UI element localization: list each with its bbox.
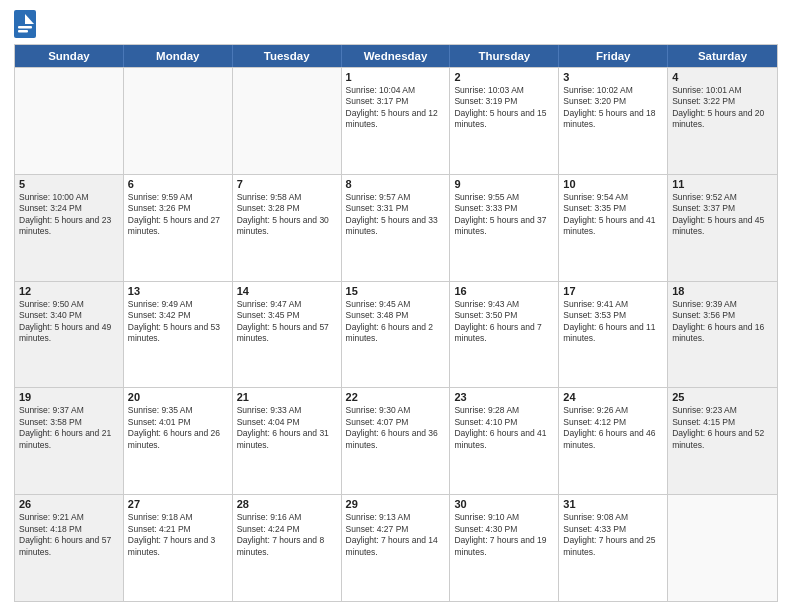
day-detail: Sunrise: 9:10 AM Sunset: 4:30 PM Dayligh… xyxy=(454,512,554,558)
day-number: 26 xyxy=(19,498,119,510)
day-cell-26: 26Sunrise: 9:21 AM Sunset: 4:18 PM Dayli… xyxy=(15,495,124,601)
calendar-row-4: 19Sunrise: 9:37 AM Sunset: 3:58 PM Dayli… xyxy=(15,387,777,494)
day-cell-5: 5Sunrise: 10:00 AM Sunset: 3:24 PM Dayli… xyxy=(15,175,124,281)
day-detail: Sunrise: 9:21 AM Sunset: 4:18 PM Dayligh… xyxy=(19,512,119,558)
day-detail: Sunrise: 10:01 AM Sunset: 3:22 PM Daylig… xyxy=(672,85,773,131)
day-number: 28 xyxy=(237,498,337,510)
day-number: 9 xyxy=(454,178,554,190)
day-cell-24: 24Sunrise: 9:26 AM Sunset: 4:12 PM Dayli… xyxy=(559,388,668,494)
day-cell-11: 11Sunrise: 9:52 AM Sunset: 3:37 PM Dayli… xyxy=(668,175,777,281)
day-detail: Sunrise: 9:33 AM Sunset: 4:04 PM Dayligh… xyxy=(237,405,337,451)
calendar-header: SundayMondayTuesdayWednesdayThursdayFrid… xyxy=(15,45,777,67)
day-cell-9: 9Sunrise: 9:55 AM Sunset: 3:33 PM Daylig… xyxy=(450,175,559,281)
day-cell-12: 12Sunrise: 9:50 AM Sunset: 3:40 PM Dayli… xyxy=(15,282,124,388)
day-number: 12 xyxy=(19,285,119,297)
logo-icon xyxy=(14,10,36,38)
day-cell-13: 13Sunrise: 9:49 AM Sunset: 3:42 PM Dayli… xyxy=(124,282,233,388)
header-day-saturday: Saturday xyxy=(668,45,777,67)
day-number: 25 xyxy=(672,391,773,403)
day-detail: Sunrise: 10:00 AM Sunset: 3:24 PM Daylig… xyxy=(19,192,119,238)
day-detail: Sunrise: 9:26 AM Sunset: 4:12 PM Dayligh… xyxy=(563,405,663,451)
day-number: 21 xyxy=(237,391,337,403)
day-number: 19 xyxy=(19,391,119,403)
header-day-wednesday: Wednesday xyxy=(342,45,451,67)
day-cell-6: 6Sunrise: 9:59 AM Sunset: 3:26 PM Daylig… xyxy=(124,175,233,281)
page: SundayMondayTuesdayWednesdayThursdayFrid… xyxy=(0,0,792,612)
day-number: 20 xyxy=(128,391,228,403)
header-day-tuesday: Tuesday xyxy=(233,45,342,67)
calendar-body: 1Sunrise: 10:04 AM Sunset: 3:17 PM Dayli… xyxy=(15,67,777,601)
day-detail: Sunrise: 9:30 AM Sunset: 4:07 PM Dayligh… xyxy=(346,405,446,451)
day-cell-1: 1Sunrise: 10:04 AM Sunset: 3:17 PM Dayli… xyxy=(342,68,451,174)
day-detail: Sunrise: 9:55 AM Sunset: 3:33 PM Dayligh… xyxy=(454,192,554,238)
header-day-thursday: Thursday xyxy=(450,45,559,67)
day-number: 27 xyxy=(128,498,228,510)
day-cell-25: 25Sunrise: 9:23 AM Sunset: 4:15 PM Dayli… xyxy=(668,388,777,494)
calendar-row-1: 1Sunrise: 10:04 AM Sunset: 3:17 PM Dayli… xyxy=(15,67,777,174)
header-day-friday: Friday xyxy=(559,45,668,67)
day-cell-10: 10Sunrise: 9:54 AM Sunset: 3:35 PM Dayli… xyxy=(559,175,668,281)
day-detail: Sunrise: 10:03 AM Sunset: 3:19 PM Daylig… xyxy=(454,85,554,131)
logo xyxy=(14,10,38,38)
day-number: 11 xyxy=(672,178,773,190)
day-number: 31 xyxy=(563,498,663,510)
day-number: 17 xyxy=(563,285,663,297)
day-cell-3: 3Sunrise: 10:02 AM Sunset: 3:20 PM Dayli… xyxy=(559,68,668,174)
day-detail: Sunrise: 9:49 AM Sunset: 3:42 PM Dayligh… xyxy=(128,299,228,345)
day-detail: Sunrise: 9:18 AM Sunset: 4:21 PM Dayligh… xyxy=(128,512,228,558)
day-detail: Sunrise: 9:57 AM Sunset: 3:31 PM Dayligh… xyxy=(346,192,446,238)
day-cell-22: 22Sunrise: 9:30 AM Sunset: 4:07 PM Dayli… xyxy=(342,388,451,494)
day-detail: Sunrise: 9:43 AM Sunset: 3:50 PM Dayligh… xyxy=(454,299,554,345)
day-number: 24 xyxy=(563,391,663,403)
day-number: 16 xyxy=(454,285,554,297)
day-detail: Sunrise: 9:45 AM Sunset: 3:48 PM Dayligh… xyxy=(346,299,446,345)
day-cell-empty xyxy=(15,68,124,174)
day-cell-30: 30Sunrise: 9:10 AM Sunset: 4:30 PM Dayli… xyxy=(450,495,559,601)
day-detail: Sunrise: 9:13 AM Sunset: 4:27 PM Dayligh… xyxy=(346,512,446,558)
day-cell-empty xyxy=(233,68,342,174)
day-detail: Sunrise: 9:59 AM Sunset: 3:26 PM Dayligh… xyxy=(128,192,228,238)
day-cell-empty xyxy=(124,68,233,174)
day-cell-17: 17Sunrise: 9:41 AM Sunset: 3:53 PM Dayli… xyxy=(559,282,668,388)
day-detail: Sunrise: 9:39 AM Sunset: 3:56 PM Dayligh… xyxy=(672,299,773,345)
day-cell-21: 21Sunrise: 9:33 AM Sunset: 4:04 PM Dayli… xyxy=(233,388,342,494)
day-number: 2 xyxy=(454,71,554,83)
day-detail: Sunrise: 9:54 AM Sunset: 3:35 PM Dayligh… xyxy=(563,192,663,238)
day-number: 7 xyxy=(237,178,337,190)
day-cell-19: 19Sunrise: 9:37 AM Sunset: 3:58 PM Dayli… xyxy=(15,388,124,494)
day-cell-23: 23Sunrise: 9:28 AM Sunset: 4:10 PM Dayli… xyxy=(450,388,559,494)
day-cell-empty xyxy=(668,495,777,601)
day-cell-18: 18Sunrise: 9:39 AM Sunset: 3:56 PM Dayli… xyxy=(668,282,777,388)
day-detail: Sunrise: 9:35 AM Sunset: 4:01 PM Dayligh… xyxy=(128,405,228,451)
header xyxy=(14,10,778,38)
day-number: 3 xyxy=(563,71,663,83)
day-cell-31: 31Sunrise: 9:08 AM Sunset: 4:33 PM Dayli… xyxy=(559,495,668,601)
day-number: 4 xyxy=(672,71,773,83)
header-day-monday: Monday xyxy=(124,45,233,67)
day-detail: Sunrise: 9:52 AM Sunset: 3:37 PM Dayligh… xyxy=(672,192,773,238)
day-cell-16: 16Sunrise: 9:43 AM Sunset: 3:50 PM Dayli… xyxy=(450,282,559,388)
day-cell-29: 29Sunrise: 9:13 AM Sunset: 4:27 PM Dayli… xyxy=(342,495,451,601)
day-number: 13 xyxy=(128,285,228,297)
day-cell-8: 8Sunrise: 9:57 AM Sunset: 3:31 PM Daylig… xyxy=(342,175,451,281)
svg-rect-2 xyxy=(18,26,32,29)
day-detail: Sunrise: 9:47 AM Sunset: 3:45 PM Dayligh… xyxy=(237,299,337,345)
day-cell-27: 27Sunrise: 9:18 AM Sunset: 4:21 PM Dayli… xyxy=(124,495,233,601)
day-number: 5 xyxy=(19,178,119,190)
day-number: 1 xyxy=(346,71,446,83)
calendar-row-5: 26Sunrise: 9:21 AM Sunset: 4:18 PM Dayli… xyxy=(15,494,777,601)
day-detail: Sunrise: 9:16 AM Sunset: 4:24 PM Dayligh… xyxy=(237,512,337,558)
day-detail: Sunrise: 9:23 AM Sunset: 4:15 PM Dayligh… xyxy=(672,405,773,451)
day-detail: Sunrise: 9:58 AM Sunset: 3:28 PM Dayligh… xyxy=(237,192,337,238)
header-day-sunday: Sunday xyxy=(15,45,124,67)
day-detail: Sunrise: 10:02 AM Sunset: 3:20 PM Daylig… xyxy=(563,85,663,131)
day-detail: Sunrise: 9:37 AM Sunset: 3:58 PM Dayligh… xyxy=(19,405,119,451)
day-cell-28: 28Sunrise: 9:16 AM Sunset: 4:24 PM Dayli… xyxy=(233,495,342,601)
calendar-row-3: 12Sunrise: 9:50 AM Sunset: 3:40 PM Dayli… xyxy=(15,281,777,388)
day-cell-4: 4Sunrise: 10:01 AM Sunset: 3:22 PM Dayli… xyxy=(668,68,777,174)
calendar-row-2: 5Sunrise: 10:00 AM Sunset: 3:24 PM Dayli… xyxy=(15,174,777,281)
day-number: 18 xyxy=(672,285,773,297)
day-detail: Sunrise: 9:08 AM Sunset: 4:33 PM Dayligh… xyxy=(563,512,663,558)
day-number: 8 xyxy=(346,178,446,190)
day-number: 30 xyxy=(454,498,554,510)
